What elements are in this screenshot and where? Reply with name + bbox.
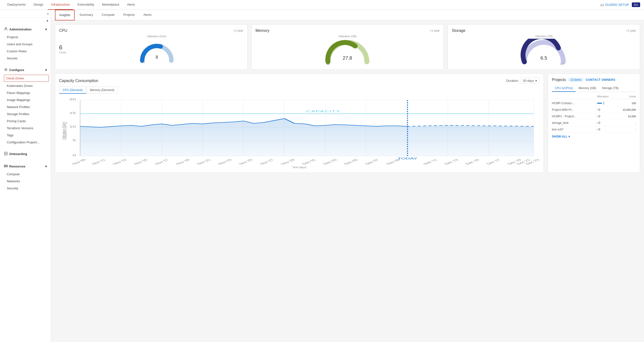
cpu-cores-label: Cores	[59, 51, 66, 54]
configure-section: Configure ▾ Cloud Zones Kubernetes Zones…	[0, 64, 51, 148]
svg-text:5: 5	[72, 139, 76, 142]
onboarding-group[interactable]: Onboarding	[0, 150, 51, 158]
scroll-up-icon[interactable]: ▲	[46, 19, 49, 22]
sidebar-item-networks[interactable]: Networks	[0, 178, 51, 185]
project-row-0: HCMP-Contact-... 1 100	[552, 100, 636, 107]
collapse-icon[interactable]: «	[47, 12, 49, 16]
sidebar-item-projects[interactable]: Projects	[0, 34, 51, 41]
projects-badge: 13 items	[568, 78, 584, 82]
svg-point-1	[5, 69, 6, 70]
tab-summary[interactable]: Summary	[76, 10, 97, 21]
projects-card: Projects 13 items CONTACT OWNERS CPU (vC…	[548, 74, 640, 173]
cpu-gauge-svg: 8 15 Capacity	[137, 39, 176, 63]
sidebar-item-flavor-mappings[interactable]: Flavor Mappings	[0, 89, 51, 96]
sidebar-item-pricing-cards[interactable]: Pricing Cards	[0, 118, 51, 125]
sidebar-item-terraform-versions[interactable]: Terraform Versions	[0, 125, 51, 132]
alloc-bar-1	[597, 109, 598, 110]
project-alloc-0: 1	[597, 101, 616, 105]
svg-text:Nov 11: Nov 11	[90, 158, 107, 165]
svg-text:Nov 09: Nov 09	[71, 158, 87, 165]
svg-text:Dec 03: Dec 03	[322, 158, 338, 165]
admin-chevron-down: ▾	[45, 28, 47, 31]
svg-text:Dec 01: Dec 01	[301, 158, 317, 165]
dark-mode-toggle[interactable]: DA	[632, 3, 640, 7]
cpu-card-body: 6 Cores Utilization (GHz) 8 15	[59, 35, 243, 63]
sidebar-item-cloud-zones[interactable]: Cloud Zones	[4, 75, 49, 82]
duration-selector[interactable]: 30 days ▾	[520, 78, 540, 84]
sidebar-item-users-groups[interactable]: Users and Groups	[0, 41, 51, 48]
memory-gauge-container: Utilization (GB) 27.8 48 Capacity	[256, 35, 440, 66]
alloc-value-4: 0	[598, 128, 600, 131]
svg-text:15: 15	[142, 61, 145, 63]
sidebar-item-compute[interactable]: Compute	[0, 171, 51, 178]
configure-group[interactable]: Configure ▾	[0, 66, 51, 74]
memory-card-header: Memory >1 year	[256, 29, 440, 33]
sidebar-item-custom-roles[interactable]: Custom Roles	[0, 48, 51, 55]
nav-extensibility[interactable]: Extensibility	[74, 0, 98, 10]
metric-cards: CPU >1 year 6 Cores Utilization (GHz)	[55, 24, 640, 70]
sidebar-item-kubernetes-zones[interactable]: Kubernetes Zones	[0, 82, 51, 89]
sidebar-item-network-profiles[interactable]: Network Profiles	[0, 103, 51, 110]
app-body: « ▲ Administration ▾ Projects Users and …	[0, 10, 644, 342]
memory-period: >1 year	[430, 29, 440, 32]
nav-design[interactable]: Design	[30, 0, 47, 10]
alloc-bar-4	[597, 129, 598, 130]
memory-metric-card: Memory >1 year Utilization (GB) 27.8 48 …	[252, 24, 444, 70]
project-tab-cpu[interactable]: CPU (vCPUs)	[552, 85, 576, 92]
cpu-period: >1 year	[234, 29, 243, 32]
tab-projects[interactable]: Projects	[119, 10, 138, 21]
project-name-4: test vc67	[552, 128, 597, 131]
projects-header: Projects 13 items CONTACT OWNERS	[552, 78, 636, 82]
project-tab-storage[interactable]: Storage (TB)	[599, 85, 622, 92]
tab-alerts[interactable]: Alerts	[140, 10, 155, 21]
show-all-button[interactable]: SHOW ALL ▾	[552, 135, 636, 138]
nav-marketplace[interactable]: Marketplace	[99, 0, 123, 10]
storage-gauge-container: Utilization (TB) 6.5 8.3 Capacity	[452, 35, 636, 66]
svg-text:Dec 13: Dec 13	[443, 158, 460, 165]
administration-label: Administration	[9, 28, 32, 31]
svg-rect-3	[4, 165, 8, 166]
nav-infrastructure[interactable]: Infrastructure	[48, 0, 73, 10]
sidebar-item-image-mappings[interactable]: Image Mappings	[0, 96, 51, 103]
svg-text:27.8: 27.8	[343, 55, 352, 61]
contact-owners-button[interactable]: CONTACT OWNERS	[586, 78, 615, 82]
dashboard: CPU >1 year 6 Cores Utilization (GHz)	[51, 21, 644, 177]
sidebar-item-secrets[interactable]: Secrets	[0, 55, 51, 62]
alloc-bar-2	[597, 116, 598, 117]
project-tab-memory[interactable]: Memory (GB)	[576, 85, 599, 92]
storage-card-body: Utilization (TB) 6.5 8.3 Capacity	[452, 35, 636, 66]
cpu-left: 6 Cores	[59, 44, 66, 54]
project-name-3: storage_limit	[552, 121, 597, 125]
project-row-4: test vc67 0 -	[552, 126, 636, 133]
sidebar-item-storage-profiles[interactable]: Storage Profiles	[0, 110, 51, 118]
onboarding-label: Onboarding	[9, 152, 27, 156]
svg-text:Dec 07: Dec 07	[364, 158, 380, 165]
sidebar-item-security[interactable]: Security	[0, 185, 51, 192]
svg-text:Nov 15: Nov 15	[132, 158, 149, 165]
sidebar-item-config-properties[interactable]: Configuration Propert...	[0, 139, 51, 146]
dropdown-arrow-icon: ▾	[535, 79, 537, 83]
project-alloc-4: 0	[597, 128, 616, 131]
nav-deployments[interactable]: Deployments	[4, 0, 29, 10]
duration-controls: Duration 30 days ▾	[506, 78, 540, 84]
book-icon: 📖	[600, 3, 604, 7]
alloc-value-3: 0	[598, 121, 600, 125]
chart-tab-memory[interactable]: Memory (Demand)	[86, 87, 118, 94]
guided-setup-button[interactable]: 📖 GUIDED SETUP	[600, 3, 629, 7]
svg-text:Nov 17: Nov 17	[154, 158, 170, 165]
memory-gauge-label: Utilization (GB)	[339, 35, 357, 38]
administration-group[interactable]: Administration ▾	[0, 25, 51, 34]
tab-compute[interactable]: Compute	[98, 10, 118, 21]
tab-insights[interactable]: Insights	[55, 10, 75, 21]
capacity-chart-svg: 20 15 10 5 0 Utilization (GHz)	[59, 97, 540, 170]
resources-group[interactable]: Resources ▾	[0, 162, 51, 171]
chart-tab-cpu[interactable]: CPU (Demand)	[59, 87, 86, 94]
resources-chevron-down: ▾	[45, 164, 47, 168]
svg-text:10: 10	[69, 125, 76, 128]
main-content: Insights Summary Compute Projects Alerts…	[51, 10, 644, 342]
sidebar-item-tags[interactable]: Tags	[0, 132, 51, 139]
storage-title: Storage	[452, 29, 465, 33]
top-nav-right: 📖 GUIDED SETUP DA	[600, 3, 640, 7]
nav-alerts[interactable]: Alerts	[124, 0, 138, 10]
project-sub-tabs: CPU (vCPUs) Memory (GB) Storage (TB)	[552, 85, 636, 92]
